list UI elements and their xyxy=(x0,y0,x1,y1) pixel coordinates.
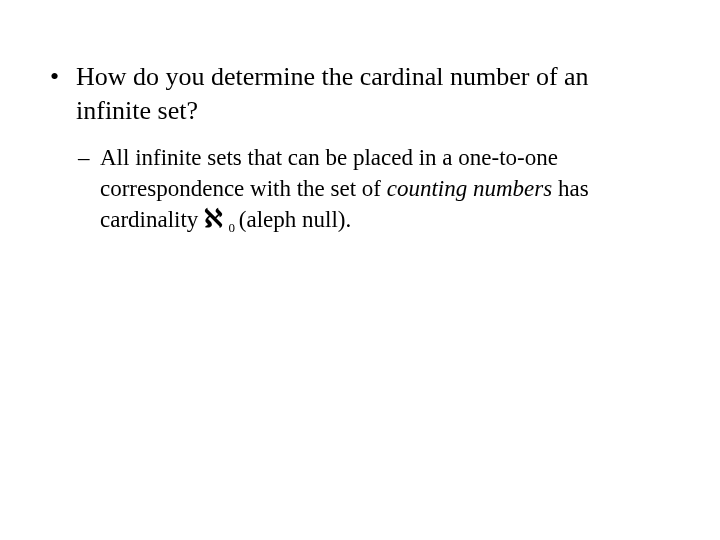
sub-bullet: – All infinite sets that can be placed i… xyxy=(78,142,670,235)
bullet-text: How do you determine the cardinal number… xyxy=(76,60,670,128)
aleph-glyph: ℵ xyxy=(204,205,223,232)
sub-marker: – xyxy=(78,142,100,235)
main-bullet: • How do you determine the cardinal numb… xyxy=(50,60,670,128)
sub-part3: (aleph null). xyxy=(233,207,351,232)
bullet-marker: • xyxy=(50,60,76,128)
aleph-subscript: 0 xyxy=(229,221,236,234)
sub-italic: counting numbers xyxy=(387,176,552,201)
aleph-null-symbol: ℵ0 xyxy=(204,206,233,231)
sub-text: All infinite sets that can be placed in … xyxy=(100,142,670,235)
